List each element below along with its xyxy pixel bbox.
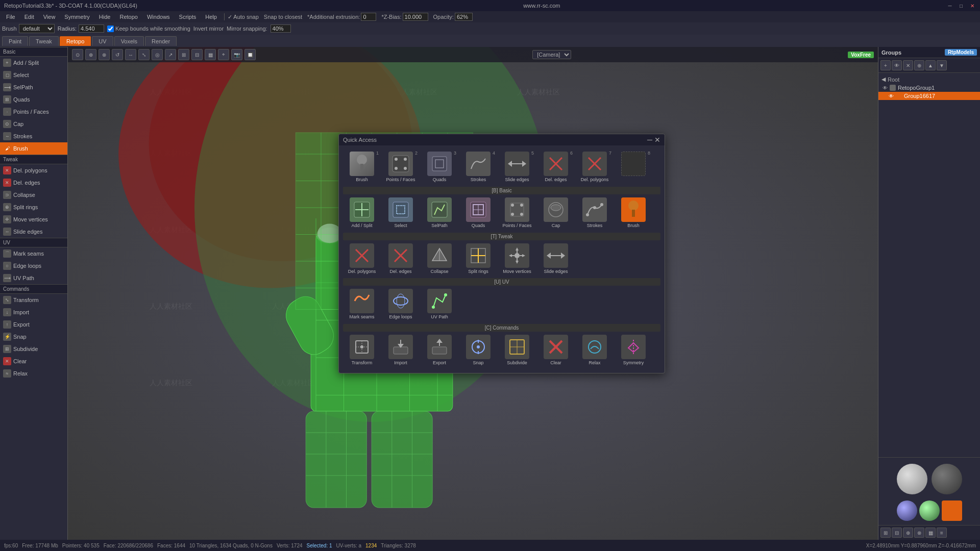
vp-tool-2[interactable]: ⊕ xyxy=(85,49,96,60)
radius-input[interactable] xyxy=(79,24,104,33)
menu-scripts[interactable]: Scripts xyxy=(175,13,201,21)
tab-uv[interactable]: UV xyxy=(92,36,113,46)
sidebar-item-cap[interactable]: ⊙ Cap xyxy=(0,118,67,130)
sidebar-item-subdivide[interactable]: ⊞ Subdivide xyxy=(0,343,67,355)
qa-cmd-relax[interactable]: Relax xyxy=(576,333,614,368)
vp-tool-9[interactable]: ⊞ xyxy=(178,49,189,60)
rp-del-btn[interactable]: ✕ xyxy=(903,60,913,70)
sidebar-item-del-poly[interactable]: ✕ Del. polygons xyxy=(0,164,67,177)
qa-slot-7[interactable]: 7 Del. polygons xyxy=(576,149,614,185)
sidebar-item-edge-loops[interactable]: ○ Edge loops xyxy=(0,260,67,272)
qa-tweak-move-verts[interactable]: Move vertices xyxy=(498,241,536,277)
vp-tool-8[interactable]: ↗ xyxy=(165,49,176,60)
sidebar-item-del-edges[interactable]: ✕ Del. edges xyxy=(0,177,67,189)
menu-help[interactable]: Help xyxy=(201,13,221,21)
vp-tool-5[interactable]: ↔ xyxy=(125,49,136,60)
vp-tool-7[interactable]: ◎ xyxy=(152,49,163,60)
sidebar-item-transform[interactable]: ⤡ Transform xyxy=(0,294,67,306)
material-sphere-light[interactable] xyxy=(897,464,927,494)
qa-slot-4[interactable]: 4 Strokes xyxy=(459,149,497,185)
viewport[interactable]: 人人素材社区 人人素材社区 人人素材社区 人人素材社区 人人素材社区 人人素材社… xyxy=(68,47,878,540)
menu-file[interactable]: File xyxy=(2,13,19,21)
extrusion-input[interactable] xyxy=(361,13,376,21)
menu-view[interactable]: View xyxy=(39,13,60,21)
mirror-input[interactable] xyxy=(271,24,291,33)
qa-tweak-del-poly[interactable]: Del. polygons xyxy=(343,241,381,277)
sidebar-item-select[interactable]: ◻ Select xyxy=(0,69,67,81)
qa-cmd-transform[interactable]: Transform xyxy=(343,333,381,368)
brush-dropdown[interactable]: default xyxy=(19,24,55,33)
vp-tool-14[interactable]: 🔲 xyxy=(244,49,256,60)
rp-bottom-btn-6[interactable]: ≡ xyxy=(937,528,947,538)
qa-tweak-collapse[interactable]: Collapse xyxy=(421,241,458,277)
vp-tool-10[interactable]: ⊟ xyxy=(191,49,203,60)
rp-eye-btn[interactable]: 👁 xyxy=(892,60,902,70)
keep-bounds-label[interactable]: Keep bounds while smoothing xyxy=(107,26,190,32)
qa-slot-8[interactable]: 8 xyxy=(615,149,652,179)
sidebar-item-brush[interactable]: 🖌 Brush xyxy=(0,142,67,155)
rp-merge-btn[interactable]: ⊕ xyxy=(914,60,924,70)
sidebar-item-move-verts[interactable]: ✛ Move vertices xyxy=(0,213,67,226)
sidebar-item-export[interactable]: ↑ Export xyxy=(0,318,67,331)
qa-slot-5[interactable]: 5 Slide edges xyxy=(498,149,536,185)
rp-move-up-btn[interactable]: ▲ xyxy=(925,60,936,70)
qa-slot-1[interactable]: 1 Brush xyxy=(343,149,381,185)
opacity-input[interactable] xyxy=(455,13,473,21)
qa-slot-3[interactable]: 3 Quads xyxy=(421,149,458,185)
qa-tweak-del-edges[interactable]: Del. edges xyxy=(382,241,420,277)
zbias-input[interactable] xyxy=(403,13,428,21)
qa-close-button[interactable]: ✕ xyxy=(654,136,660,144)
material-sphere-green[interactable] xyxy=(919,500,940,521)
sidebar-item-split-rings[interactable]: ⊕ Split rings xyxy=(0,201,67,213)
qa-slot-6[interactable]: 6 Del. edges xyxy=(537,149,575,185)
close-button[interactable]: ✕ xyxy=(969,2,976,9)
tab-paint[interactable]: Paint xyxy=(2,36,28,46)
rp-bottom-btn-1[interactable]: ⊞ xyxy=(880,528,891,538)
vp-tool-3[interactable]: ⊗ xyxy=(99,49,110,60)
material-swatch-orange[interactable] xyxy=(942,500,962,521)
qa-uv-path[interactable]: UV Path xyxy=(421,287,458,322)
rp-add-btn[interactable]: + xyxy=(880,60,891,70)
qa-basic-brush[interactable]: Brush xyxy=(615,195,652,231)
sidebar-item-import[interactable]: ↓ Import xyxy=(0,306,67,318)
sidebar-item-mark-seams[interactable]: ⌒ Mark seams xyxy=(0,247,67,260)
sidebar-item-uv-path[interactable]: ⟿ UV Path xyxy=(0,272,67,284)
sidebar-item-snap[interactable]: ⚡ Snap xyxy=(0,331,67,343)
tab-voxels[interactable]: Voxels xyxy=(114,36,144,46)
sidebar-item-points-faces[interactable]: · Points / Faces xyxy=(0,106,67,118)
vp-tool-6[interactable]: ⤡ xyxy=(138,49,150,60)
menu-retopo[interactable]: Retopo xyxy=(115,13,141,21)
auto-snap-cb[interactable]: ✓ Auto snap xyxy=(228,14,259,20)
invert-mirror[interactable]: Invert mirror xyxy=(193,26,224,32)
qa-basic-selpath[interactable]: SelPath xyxy=(421,195,458,231)
minimize-button[interactable]: ─ xyxy=(946,2,953,9)
qa-slot-2[interactable]: 2 Points / Faces xyxy=(382,149,420,185)
qa-basic-select[interactable]: Select xyxy=(382,195,420,231)
qa-cmd-import[interactable]: Import xyxy=(382,333,420,368)
material-sphere-blue[interactable] xyxy=(897,500,917,521)
menu-edit[interactable]: Edit xyxy=(20,13,38,21)
sidebar-item-add-split[interactable]: + Add / Split xyxy=(0,57,67,69)
qa-basic-quads[interactable]: Quads xyxy=(459,195,497,231)
qa-uv-edge-loops[interactable]: Edge loops xyxy=(382,287,420,322)
rp-bottom-btn-5[interactable]: ▦ xyxy=(925,528,936,538)
qa-tweak-slide-edges[interactable]: Slide edges xyxy=(537,241,575,277)
qa-cmd-symmetry[interactable]: Symmetry xyxy=(615,333,652,368)
rp-bottom-btn-2[interactable]: ⊟ xyxy=(892,528,902,538)
vp-tool-12[interactable]: ⌖ xyxy=(218,49,229,60)
tab-retopo[interactable]: Retopo xyxy=(60,36,91,46)
qa-tweak-split-rings[interactable]: Split rings xyxy=(459,241,497,277)
sidebar-item-relax[interactable]: ≈ Relax xyxy=(0,367,67,380)
right-panel-retopogroup1[interactable]: 👁 RetopoGroup1 xyxy=(878,84,980,92)
sidebar-item-quads[interactable]: ⊞ Quads xyxy=(0,93,67,106)
sidebar-item-strokes[interactable]: ～ Strokes xyxy=(0,130,67,142)
qa-cmd-clear[interactable]: Clear xyxy=(537,333,575,368)
vp-tool-1[interactable]: ⊙ xyxy=(72,49,83,60)
rp-bottom-btn-4[interactable]: ⊗ xyxy=(914,528,924,538)
tab-render[interactable]: Render xyxy=(145,36,177,46)
material-sphere-dark[interactable] xyxy=(932,464,962,494)
sidebar-item-collapse[interactable]: ⊃ Collapse xyxy=(0,189,67,201)
menu-symmetry[interactable]: Symmetry xyxy=(60,13,94,21)
right-panel-group16617[interactable]: 👁 Group16617 xyxy=(878,92,980,100)
keep-bounds-cb[interactable] xyxy=(107,26,114,32)
